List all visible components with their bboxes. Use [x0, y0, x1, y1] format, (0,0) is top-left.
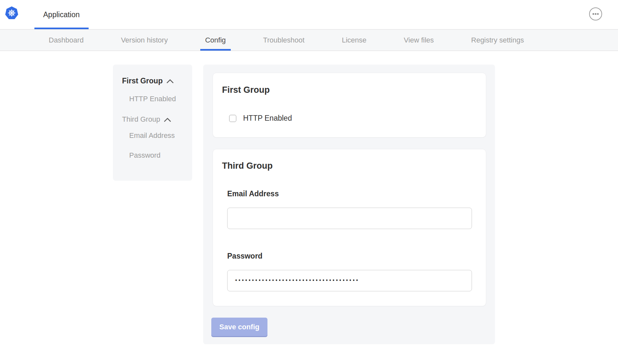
http-enabled-label[interactable]: HTTP Enabled — [243, 114, 292, 123]
tab-registry-settings[interactable]: Registry settings — [466, 30, 529, 51]
http-enabled-checkbox[interactable] — [229, 115, 236, 122]
sidebar-item-label: HTTP Enabled — [129, 94, 176, 103]
save-config-button[interactable]: Save config — [211, 318, 267, 336]
app-subnav: Dashboard Version history Config Trouble… — [0, 30, 618, 51]
config-page: First Group HTTP Enabled Third Group Ema… — [0, 51, 618, 363]
kubernetes-helm-wheel — [8, 9, 15, 16]
sidebar-item-label: First Group — [122, 76, 163, 85]
tab-license[interactable]: License — [337, 30, 371, 51]
config-form-panel: First Group HTTP Enabled Third Group Ema… — [203, 65, 495, 344]
ellipsis-icon — [591, 10, 600, 18]
tab-dashboard[interactable]: Dashboard — [44, 30, 89, 51]
overflow-menu-button[interactable] — [589, 7, 602, 20]
top-header: Application — [0, 0, 618, 30]
group-title: First Group — [222, 85, 486, 95]
sidebar-item-third-group[interactable]: Third Group — [122, 115, 192, 124]
group-title: Third Group — [222, 161, 486, 171]
config-group-third: Third Group Email Address Password — [213, 149, 486, 306]
email-address-label: Email Address — [227, 189, 486, 198]
sidebar-item-password[interactable]: Password — [129, 151, 192, 160]
chevron-up-icon — [166, 79, 174, 84]
tab-config[interactable]: Config — [200, 30, 231, 51]
sidebar-item-http-enabled[interactable]: HTTP Enabled — [129, 94, 192, 103]
tab-troubleshoot[interactable]: Troubleshoot — [258, 30, 310, 51]
email-address-input[interactable] — [227, 208, 472, 229]
config-nav-sidebar: First Group HTTP Enabled Third Group Ema… — [113, 65, 192, 181]
sidebar-item-email-address[interactable]: Email Address — [129, 131, 192, 140]
tab-view-files[interactable]: View files — [399, 30, 439, 51]
sidebar-item-first-group[interactable]: First Group — [122, 76, 192, 85]
password-label: Password — [227, 252, 486, 260]
sidebar-item-label: Email Address — [129, 131, 175, 140]
chevron-up-icon — [164, 117, 171, 122]
kubernetes-logo — [5, 6, 19, 20]
sidebar-item-label: Password — [129, 151, 161, 160]
config-group-first: First Group HTTP Enabled — [213, 73, 486, 138]
password-input[interactable] — [227, 270, 472, 291]
http-enabled-field: HTTP Enabled — [229, 114, 486, 123]
app-tab-application[interactable]: Application — [34, 0, 89, 29]
tab-version-history[interactable]: Version history — [116, 30, 173, 51]
sidebar-item-label: Third Group — [122, 115, 160, 124]
